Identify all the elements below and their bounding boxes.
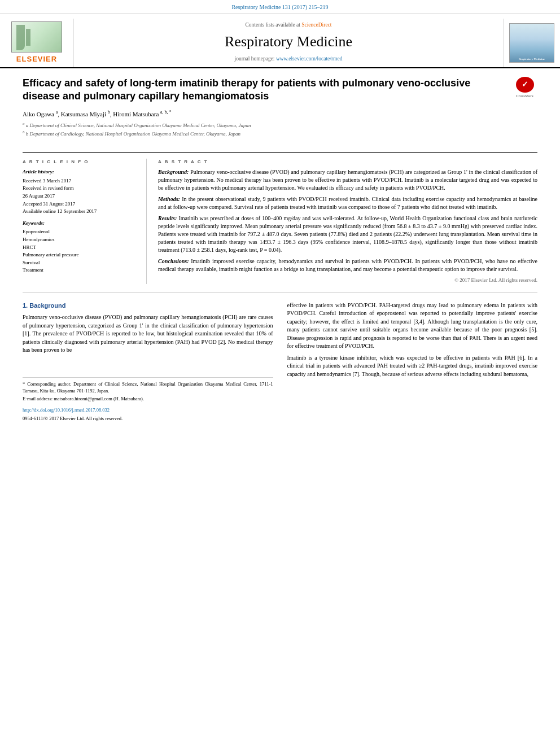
footnote-email: E-mail address: matsubara.hiromi@gmail.c… [23,396,273,403]
main-content: Efficacy and safety of long-term imatini… [0,68,560,436]
conclusions-text: Imatinib improved exercise capacity, hem… [158,258,537,272]
body-para-2: effective in patients with PVOD/PCH. PAH… [287,302,538,351]
date-received: Received 3 March 2017 [23,177,138,185]
keyword-2: Hemodynamics [23,236,138,243]
article-title-section: Efficacy and safety of long-term imatini… [23,77,537,147]
section1-heading: 1. Background [23,302,273,310]
article-info-section-label: A R T I C L E I N F O [23,159,138,165]
journal-name: Respiratory Medicine [74,32,503,52]
footnote-section: * Corresponding author. Department of Cl… [23,377,273,423]
affiliations: a a Department of Clinical Science, Nati… [23,121,506,138]
copyright-line: © 2017 Elsevier Ltd. All rights reserved… [158,277,537,284]
elsevier-logo-section: ELSEVIER [0,19,73,67]
body-col-right: effective in patients with PVOD/PCH. PAH… [287,302,538,422]
keyword-4: Pulmonary arterial pressure [23,251,138,259]
article-info-column: A R T I C L E I N F O Article history: R… [23,159,147,284]
page-wrapper: Respiratory Medicine 131 (2017) 215–219 … [0,0,560,747]
date-online: Available online 12 September 2017 [23,208,138,215]
contents-line: Contents lists available at ScienceDirec… [74,21,503,29]
footnote-1: * Corresponding author. Department of Cl… [23,381,273,395]
keyword-1: Epoprostenol [23,228,138,235]
keyword-3: HRCT [23,244,138,251]
elsevier-brand: ELSEVIER [16,54,57,64]
crossmark-label: CrossMark [516,94,533,99]
keyword-5: Survival [23,259,138,267]
methods-text: In the present observational study, 9 pa… [158,196,537,210]
sciencedirect-link[interactable]: ScienceDirect [301,22,331,28]
issn-line: 0954-6111/© 2017 Elsevier Ltd. All right… [23,416,273,422]
footnotes: * Corresponding author. Department of Cl… [23,377,273,403]
section-divider [23,292,537,293]
abstract-section-label: A B S T R A C T [158,159,537,165]
body-para-3: Imatinib is a tyrosine kinase inhibitor,… [287,354,538,379]
journal-thumbnail [509,23,554,63]
abstract-background: Background: Pulmonary veno-occlusive dis… [158,168,537,192]
affiliation-b: b b Department of Cardiology, National H… [23,130,506,138]
elsevier-logo: ELSEVIER [11,21,62,64]
article-history-heading: Article history: [23,168,138,176]
body-para-1: Pulmonary veno-occlusive disease (PVOD) … [23,313,273,355]
keyword-6: Treatment [23,267,138,274]
results-label: Results: [158,215,177,221]
article-title-text: Efficacy and safety of long-term imatini… [23,77,506,142]
journal-citation: Respiratory Medicine 131 (2017) 215–219 [231,4,328,10]
journal-thumbnail-section [504,19,560,67]
background-text: Pulmonary veno-occlusive disease (PVOD) … [158,169,537,191]
affiliation-a: a a Department of Clinical Science, Nati… [23,121,506,129]
crossmark-icon [516,77,534,93]
journal-homepage-line: journal homepage: www.elsevier.com/locat… [74,55,503,63]
doi-link[interactable]: http://dx.doi.org/10.1016/j.rmed.2017.08… [23,407,110,413]
crossmark-logo[interactable]: CrossMark [512,77,537,99]
date-accepted: Accepted 31 August 2017 [23,200,138,208]
methods-label: Methods: [158,196,180,202]
article-info-abstract-section: A R T I C L E I N F O Article history: R… [23,152,537,284]
doi-section: http://dx.doi.org/10.1016/j.rmed.2017.08… [23,406,273,414]
abstract-methods: Methods: In the present observational st… [158,195,537,211]
date-revised: 26 August 2017 [23,193,138,200]
background-label: Background: [158,169,189,175]
authors-line: Aiko Ogawa a, Katsumasa Miyaji b, Hiromi… [23,109,506,119]
date-revised-label: Received in revised form [23,185,138,192]
journal-top-bar: Respiratory Medicine 131 (2017) 215–219 [0,0,560,14]
abstract-column: A B S T R A C T Background: Pulmonary ve… [158,159,537,284]
elsevier-logo-image [11,21,62,53]
conclusions-label: Conclusions: [158,258,189,264]
abstract-conclusions: Conclusions: Imatinib improved exercise … [158,257,537,273]
body-section: 1. Background Pulmonary veno-occlusive d… [23,302,537,428]
keywords-heading: Keywords: [23,220,138,227]
journal-homepage-link[interactable]: www.elsevier.com/locate/rmed [276,56,343,62]
results-text: Imatinib was prescribed at doses of 100–… [158,215,537,253]
article-title: Efficacy and safety of long-term imatini… [23,77,506,103]
abstract-results: Results: Imatinib was prescribed at dose… [158,215,537,254]
journal-header-center: Contents lists available at ScienceDirec… [73,19,504,67]
journal-header: ELSEVIER Contents lists available at Sci… [0,14,560,68]
body-col-left: 1. Background Pulmonary veno-occlusive d… [23,302,273,422]
